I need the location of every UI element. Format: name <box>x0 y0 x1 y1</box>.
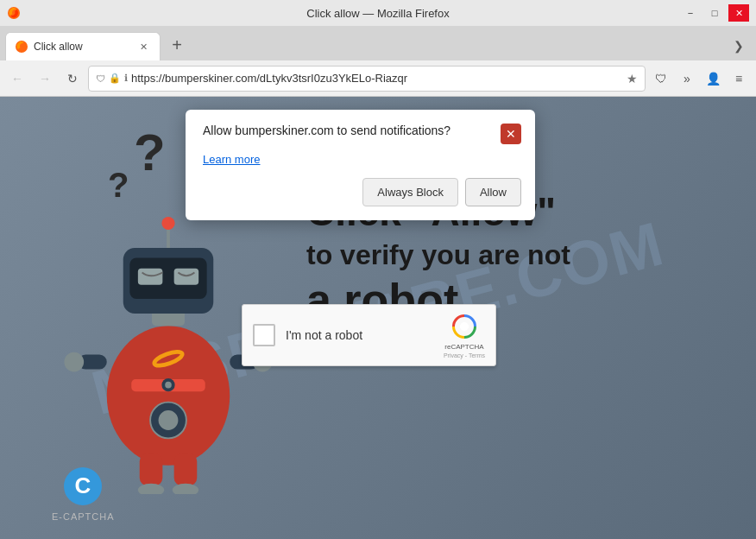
allow-button[interactable]: Allow <box>465 178 521 206</box>
popup-buttons: Always Block Allow <box>203 178 521 206</box>
close-button[interactable]: ✕ <box>728 4 749 22</box>
popup-close-button[interactable]: ✕ <box>501 124 521 144</box>
forward-button[interactable]: → <box>33 67 57 91</box>
tabbar-chevron-icon[interactable]: ❯ <box>727 34 751 58</box>
titlebar-left <box>7 6 21 20</box>
svg-point-10 <box>173 484 198 494</box>
svg-point-18 <box>165 382 172 389</box>
notification-popup: Allow bumperskiner.com to send notificat… <box>186 110 535 220</box>
recaptcha-links: Privacy - Terms <box>444 352 485 358</box>
recaptcha-checkbox[interactable] <box>253 324 275 346</box>
svg-point-24 <box>460 322 469 331</box>
new-tab-button[interactable]: + <box>164 32 190 58</box>
navbar-tools: 🛡 » 👤 ≡ <box>649 67 751 91</box>
ecaptcha-text: E-CAPTCHA <box>52 511 115 522</box>
shield-icon: 🛡 <box>96 73 105 84</box>
urlbar[interactable]: 🛡 🔒 ℹ https://bumperskiner.com/dLtykv3ts… <box>88 66 646 92</box>
svg-point-23 <box>161 217 174 230</box>
browser-content: MYSPYWARE.COM ? ? <box>0 97 756 539</box>
recaptcha-label: I'm not a robot <box>286 328 433 342</box>
tab-close-button[interactable]: ✕ <box>135 39 151 54</box>
titlebar: Click allow — Mozilla Firefox − □ ✕ <box>0 0 756 26</box>
ecaptcha-branding: C E-CAPTCHA <box>52 465 115 522</box>
recaptcha-logo-area: reCAPTCHA Privacy - Terms <box>444 312 485 358</box>
back-button[interactable]: ← <box>5 67 29 91</box>
extensions-button[interactable]: » <box>675 67 699 91</box>
svg-point-4 <box>64 352 84 372</box>
tab-favicon-icon <box>15 40 28 54</box>
popup-learn-more-link[interactable]: Learn more <box>203 153 260 166</box>
url-text[interactable]: https://bumperskiner.com/dLtykv3tsrI0zu3… <box>131 72 623 85</box>
recaptcha-brand-label: reCAPTCHA <box>444 343 483 351</box>
svg-rect-14 <box>138 269 163 285</box>
svg-point-20 <box>159 410 179 430</box>
bookmark-star-icon[interactable]: ★ <box>627 72 638 86</box>
recaptcha-logo-icon <box>450 312 479 341</box>
maximize-button[interactable]: □ <box>704 4 725 22</box>
refresh-button[interactable]: ↻ <box>60 67 85 91</box>
tabbar: Click allow ✕ + ❯ <box>0 26 756 60</box>
tab-title: Click allow <box>34 41 130 53</box>
always-block-button[interactable]: Always Block <box>362 178 458 206</box>
menu-button[interactable]: ≡ <box>727 67 751 91</box>
vpn-button[interactable]: 🛡 <box>649 67 673 91</box>
svg-rect-8 <box>174 453 198 486</box>
svg-rect-7 <box>140 453 163 486</box>
url-info-icon: ℹ <box>124 73 128 84</box>
account-button[interactable]: 👤 <box>701 67 725 91</box>
minimize-button[interactable]: − <box>680 4 701 22</box>
click-allow-line2: to verify you are not <box>306 238 747 272</box>
ecaptcha-logo-icon: C <box>61 465 104 508</box>
svg-text:C: C <box>75 472 91 498</box>
navbar: ← → ↻ 🛡 🔒 ℹ https://bumperskiner.com/dLt… <box>0 60 756 97</box>
svg-point-2 <box>107 326 230 466</box>
popup-header: Allow bumperskiner.com to send notificat… <box>203 124 521 144</box>
recaptcha-terms-link[interactable]: Terms <box>469 352 485 358</box>
titlebar-title: Click allow — Mozilla Firefox <box>306 7 449 20</box>
popup-title: Allow bumperskiner.com to send notificat… <box>203 124 501 137</box>
svg-point-9 <box>138 484 164 494</box>
recaptcha-privacy-link[interactable]: Privacy <box>444 352 463 358</box>
tab-click-allow[interactable]: Click allow ✕ <box>5 32 161 60</box>
firefox-logo-icon <box>7 6 21 20</box>
titlebar-controls: − □ ✕ <box>680 4 749 22</box>
recaptcha-widget[interactable]: I'm not a robot reCAPTCHA Privacy - Term… <box>242 304 496 366</box>
lock-icon: 🔒 <box>109 73 121 84</box>
